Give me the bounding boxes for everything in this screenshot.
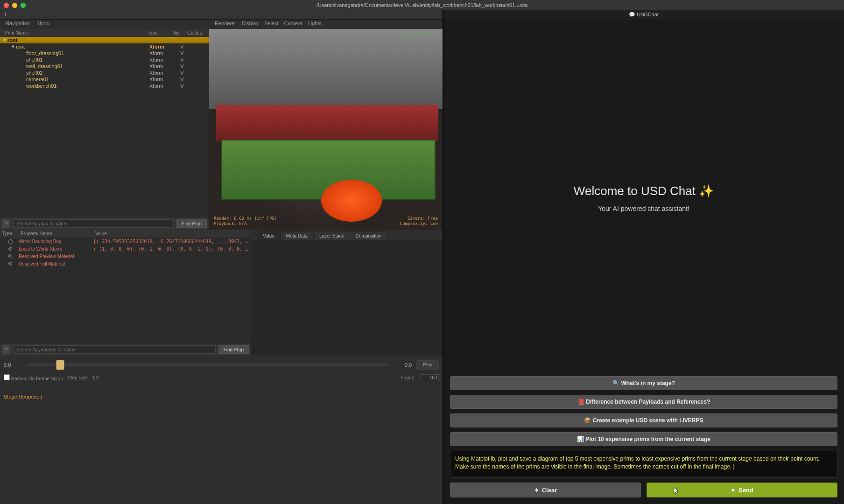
prim-type: Xform [149,50,175,56]
property-row[interactable]: ©Resolved Full Material [0,260,251,267]
col-prop-name[interactable]: Property Name [21,231,95,236]
prop-name: World Bounding Box [19,239,93,244]
tree-row[interactable]: wall_dressing01XformV [0,63,209,70]
prim-vis[interactable]: V [175,77,189,82]
outliner-header: Prim Name Type Vis Guides [0,29,209,37]
usdchat-title: 💬 USDChat [443,10,844,20]
col-prim-name[interactable]: Prim Name [2,30,148,35]
scene-benchtop [216,105,438,141]
display-menu[interactable]: Display [242,21,259,28]
prop-value: [(-234.59533325032018, -0.76471186804446… [93,239,249,244]
prim-name: shelf01 [26,57,149,63]
suggest-payloads-refs[interactable]: 📕 Difference between Payloads and Refere… [450,395,837,409]
send-button[interactable]: ✦ Send [647,483,837,497]
breadcrumb[interactable]: / [0,10,443,20]
prim-vis[interactable]: V [175,57,189,63]
maximize-window-button[interactable] [21,3,26,8]
tree-row[interactable]: floor_dressing01XformV [0,50,209,56]
viewport-menubar: Renderer Display Select Camera Lights [209,20,443,29]
timeline-slider[interactable] [27,364,388,366]
prop-search-input[interactable] [13,345,216,354]
property-row[interactable]: ◯World Bounding Box[(-234.59533325032018… [0,238,251,245]
clear-button[interactable]: ✦ Clear [450,483,641,497]
col-prop-value[interactable]: Value [95,231,249,236]
redraw-checkbox-wrap[interactable]: Redraw On Frame Scrub [4,374,63,381]
traffic-lights [4,3,26,8]
prop-type-icon: ◯ [2,239,19,244]
prim-search-input[interactable] [13,219,174,228]
redraw-checkbox[interactable] [4,374,10,380]
vp-camera-stats: Camera: Free Complexity: Low [400,216,438,227]
viewport-panel: Renderer Display Select Camera Lights Hy… [209,20,443,230]
timeline-thumb[interactable] [56,360,64,370]
expand-icon[interactable]: ▼ [10,44,16,49]
prim-search-row: ? Find Prim [0,217,209,230]
property-row[interactable]: ©Local to World Xform( (1, 0, 0, 0), (0,… [0,245,251,252]
prim-vis[interactable]: V [175,50,189,56]
tree-row[interactable]: camera01XformV [0,76,209,83]
suggest-create-liverps[interactable]: 📦 Create example USD scene with LIVERPS [450,413,837,427]
prim-type: Xform [149,83,175,89]
prim-name: wall_dressing01 [26,63,149,69]
col-vis[interactable]: Vis [173,30,187,35]
property-list[interactable]: ◯World Bounding Box[(-234.59533325032018… [0,238,251,343]
prim-name: camera01 [26,77,149,82]
property-header: Type Property Name Value [0,230,251,238]
close-window-button[interactable] [4,3,9,8]
prim-type: Xform [149,57,175,63]
select-menu[interactable]: Select [264,21,279,28]
prim-type: Xform [149,77,175,82]
timeline-end: 0.0 [393,362,412,368]
outliner-panel: Navigation Show Prim Name Type Vis Guide… [0,20,209,230]
chat-input[interactable]: Using Matplotlib, plot and save a diagra… [450,451,837,478]
prop-name: Resolved Full Material [19,261,93,266]
camera-menu[interactable]: Camera [284,21,302,28]
prim-search-help[interactable]: ? [2,219,10,228]
frame-label: Frame: [401,375,415,380]
tree-row[interactable]: ▼rootXformV [0,43,209,50]
prim-vis[interactable]: V [175,70,189,76]
lights-menu[interactable]: Lights [308,21,322,28]
detail-tabs-panel: Value Meta Data Layer Stack Composition [251,230,443,356]
minimize-window-button[interactable] [12,3,17,8]
chat-scroll-area[interactable]: Welcome to USD Chat ✨ Your AI powered ch… [443,20,844,376]
prim-name: shelf02 [26,70,149,76]
tree-row[interactable]: shelf02XformV [0,70,209,76]
frame-input[interactable] [420,374,439,381]
property-row[interactable]: ©Resolved Preview Material [0,252,251,260]
outliner-tree[interactable]: ▼root▼rootXformVfloor_dressing01XformVsh… [0,37,209,217]
prop-name: Resolved Preview Material [19,254,93,259]
tab-metadata[interactable]: Meta Data [280,231,314,240]
show-menu[interactable]: Show [36,21,49,28]
prop-search-help[interactable]: ? [2,345,10,354]
play-button[interactable]: Play [416,360,439,370]
tree-row[interactable]: shelf01XformV [0,56,209,63]
prim-name: root [7,37,149,43]
col-prop-type[interactable]: Type [2,231,21,236]
scene-wall [209,29,443,109]
cursor-icon [674,488,680,494]
prim-vis[interactable]: V [175,83,189,89]
prop-name: Local to World Xform [19,246,93,252]
tab-value[interactable]: Value [257,231,281,240]
usdchat-panel: 💬 USDChat Welcome to USD Chat ✨ Your AI … [443,10,844,504]
suggest-plot-expensive[interactable]: 📊 Plot 10 expensive prims from the curre… [450,432,837,446]
tree-row[interactable]: workbench01XformV [0,83,209,89]
timeline-start: 0.0 [4,362,22,368]
titlebar: /Users/sivanagendra/Documents/devel/ALab… [0,0,844,10]
tab-layerstack[interactable]: Layer Stack [313,231,350,240]
prim-type: Xform [149,63,175,69]
renderer-menu[interactable]: Renderer [215,21,236,28]
find-prim-button[interactable]: Find Prim [176,219,207,228]
viewport-canvas[interactable]: Hydra: Metal Render: 0.00 ms (inf FPS) P… [209,29,443,230]
prim-vis[interactable]: V [175,44,189,49]
col-guides[interactable]: Guides [187,30,207,35]
find-prop-button[interactable]: Find Prop [218,345,249,354]
expand-icon[interactable]: ▼ [2,38,7,42]
navigation-menu[interactable]: Navigation [6,21,30,28]
suggest-whats-in-stage[interactable]: 🔍 What's in my stage? [450,376,837,390]
prim-vis[interactable]: V [175,63,189,69]
tab-composition[interactable]: Composition [350,231,388,240]
tree-row[interactable]: ▼root [0,37,209,43]
col-type[interactable]: Type [148,30,173,35]
